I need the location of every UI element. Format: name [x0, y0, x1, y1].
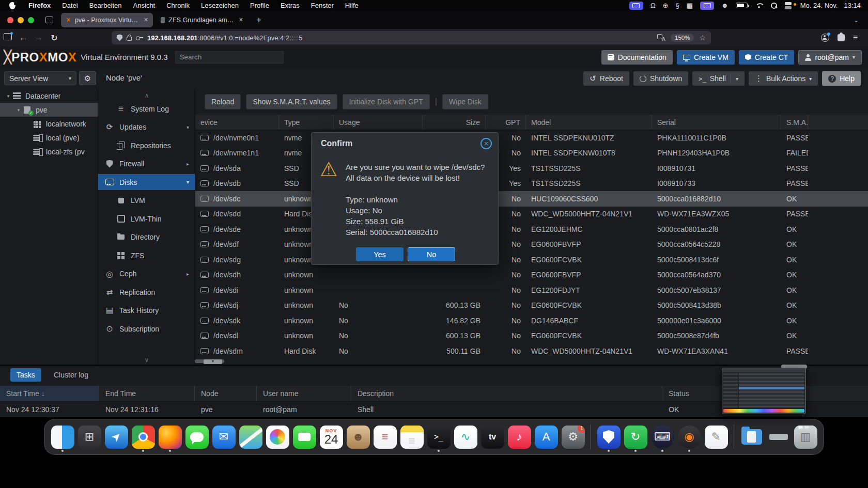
shutdown-button[interactable]: Shutdown: [633, 71, 688, 86]
nav-item-directory[interactable]: Directory: [98, 229, 195, 245]
disk-row[interactable]: /dev/sdjunknownNo600.13 GBNoEG0600FCVBK5…: [195, 298, 868, 313]
menu-item-firefox[interactable]: Firefox: [23, 0, 56, 11]
nav-item-updates[interactable]: Updates▾: [98, 119, 195, 135]
show-smart-button[interactable]: Show S.M.A.R.T. values: [246, 94, 337, 109]
dock-icon-reminders[interactable]: ≡: [373, 422, 397, 452]
wifi-icon[interactable]: [755, 3, 763, 9]
tab-close-icon[interactable]: ✕: [144, 17, 148, 23]
chevron-down-icon[interactable]: ▾: [736, 76, 738, 82]
help-button[interactable]: ?Help: [822, 71, 861, 86]
reload-button[interactable]: Reload: [205, 94, 241, 109]
disk-row[interactable]: /dev/sdcunknownNoHUC109060CSS6005000cca0…: [195, 191, 868, 207]
column-header-model[interactable]: Model: [526, 115, 652, 130]
forward-icon[interactable]: →: [31, 33, 47, 42]
firefox-account-icon[interactable]: [821, 34, 829, 42]
browser-tab[interactable]: ZFS Grundlagen am Beis... | Alle✕: [156, 13, 248, 27]
tree-expander-icon[interactable]: ▾: [16, 107, 22, 113]
dock-icon-contacts[interactable]: ☻: [346, 422, 370, 452]
browser-tab[interactable]: ✕pve - Proxmox Virtual Environm✕: [61, 13, 153, 27]
create-ct-button[interactable]: Create CT: [739, 50, 795, 65]
dock-icon-trash[interactable]: ▥: [794, 422, 817, 452]
tree-item-local-zfs-pv[interactable]: local-zfs (pv: [0, 145, 98, 159]
disk-row[interactable]: /dev/sdiunknownNoEG1200FDJYT5000c5007eb3…: [195, 282, 868, 298]
nav-item-lvm-thin[interactable]: LVM-Thin: [98, 211, 195, 227]
disk-row[interactable]: /dev/sdfunknownNoEG0600FBVFP5000cca0564c…: [195, 237, 868, 253]
back-icon[interactable]: ←: [16, 33, 31, 42]
saved-password-icon[interactable]: [136, 36, 143, 39]
zoom-window-button[interactable]: [28, 17, 34, 23]
dock-icon-downloads-folder[interactable]: [740, 422, 764, 452]
nav-item-system-log[interactable]: System Log: [98, 101, 195, 117]
tree-item-pve[interactable]: ▾pve: [0, 103, 98, 117]
column-header-usage[interactable]: Usage: [334, 115, 423, 130]
dock-icon-shield-app[interactable]: [597, 422, 621, 452]
url-bar[interactable]: 192.168.168.201:8006/#v1:0:=node%2Fpve:4…: [112, 31, 711, 44]
nav-item-lvm[interactable]: LVM: [98, 193, 195, 209]
dock-icon-calendar[interactable]: NOV24: [319, 422, 343, 452]
dock-icon-launchpad[interactable]: ⊞: [78, 422, 101, 452]
nav-item-disks[interactable]: Disks▾: [98, 174, 195, 190]
task-column-node[interactable]: Node: [195, 386, 257, 401]
tab-tasks[interactable]: Tasks: [10, 368, 41, 382]
dock-icon-photos[interactable]: [266, 422, 289, 452]
tree-expander-icon[interactable]: ▾: [5, 93, 11, 99]
dock-icon-apple-tv[interactable]: tv: [481, 422, 504, 452]
dock-icon-facetime[interactable]: [292, 422, 316, 452]
tree-item-local-pve-[interactable]: local (pve): [0, 131, 98, 145]
dock-icon-safari[interactable]: ➤: [104, 422, 128, 452]
disk-row[interactable]: /dev/sdbSSDYesTS1TSSD225SI008910733PASSE…: [195, 176, 868, 192]
new-tab-button[interactable]: +: [251, 15, 267, 25]
nav-item-ceph[interactable]: Ceph▸: [98, 266, 195, 282]
bulk-actions-button[interactable]: Bulk Actions▾: [749, 71, 818, 86]
dock-icon-firefox[interactable]: [158, 422, 182, 452]
column-header-serial[interactable]: Serial: [652, 115, 781, 130]
sidebar-toggle-icon[interactable]: [0, 33, 16, 42]
nav-item-subscription[interactable]: Subscription: [98, 321, 195, 337]
menu-item-extras[interactable]: Extras: [275, 0, 305, 11]
apple-menu-icon[interactable]: [9, 2, 16, 9]
menu-item-chronik[interactable]: Chronik: [161, 0, 195, 11]
translate-icon[interactable]: [657, 34, 665, 41]
menu-item-lesezeichen[interactable]: Lesezeichen: [195, 0, 244, 11]
column-header-evice[interactable]: evice: [195, 115, 279, 130]
dock-icon-mail[interactable]: ✉: [212, 422, 236, 452]
lock-icon[interactable]: [127, 37, 132, 41]
yes-button[interactable]: Yes: [356, 247, 404, 261]
nav-item-replication[interactable]: Replication: [98, 284, 195, 300]
headphones-icon[interactable]: Ω: [650, 2, 656, 9]
wipe-disk-button[interactable]: Wipe Disk: [442, 94, 488, 109]
spotlight-icon[interactable]: [770, 2, 778, 9]
dock-icon-maps[interactable]: [239, 422, 262, 452]
system-status-icon[interactable]: [785, 2, 793, 9]
menu-item-ansicht[interactable]: Ansicht: [128, 0, 161, 11]
list-tabs-chevron-icon[interactable]: ⌄: [854, 17, 859, 24]
disk-row[interactable]: /dev/sdeunknownNoEG1200JEHMC5000cca0801a…: [195, 222, 868, 237]
dock-icon-keyboard-app[interactable]: ⌨: [650, 422, 674, 452]
accessibility-icon[interactable]: §: [676, 2, 679, 9]
tab-close-icon[interactable]: ✕: [239, 17, 243, 23]
disk-row[interactable]: /dev/sdmHard DiskNo500.11 GBNoWDC_WD5000…: [195, 343, 868, 359]
task-column-start-time-[interactable]: Start Time ↓: [0, 386, 99, 401]
task-column-user-name[interactable]: User name: [257, 386, 351, 401]
task-column-end-time[interactable]: End Time: [99, 386, 195, 401]
dock-icon-messages[interactable]: [185, 422, 209, 452]
view-selector[interactable]: Server View▾: [4, 71, 76, 85]
dock-icon-minimized-window[interactable]: [767, 422, 791, 452]
zoom-level-badge[interactable]: 150%: [671, 34, 694, 42]
view-settings-button[interactable]: ⚙: [79, 71, 96, 85]
dock-icon-openvpn-app[interactable]: ◉: [677, 422, 701, 452]
splitter-collapse-handle[interactable]: ▼: [204, 359, 222, 364]
menu-item-fenster[interactable]: Fenster: [305, 0, 339, 11]
extensions-icon[interactable]: [838, 34, 845, 41]
nav-scroll-down-icon[interactable]: ∨: [98, 356, 195, 364]
dock-icon-wave-app[interactable]: ∿: [454, 422, 477, 452]
tab-cluster-log[interactable]: Cluster log: [48, 368, 95, 382]
nav-item-repositories[interactable]: Repositories: [98, 137, 195, 153]
battery-icon[interactable]: [736, 3, 748, 8]
disk-row[interactable]: /dev/sdlunknownNo600.13 GBNoEG0600FCVBK5…: [195, 328, 868, 344]
dock-icon-app-store[interactable]: A: [534, 422, 558, 452]
tree-item-datacenter[interactable]: ▾Datacenter: [0, 89, 98, 103]
minimize-window-button[interactable]: [18, 17, 24, 23]
nav-scroll-up-icon[interactable]: ∧: [98, 92, 195, 99]
screen-capture-preview-window[interactable]: [722, 368, 806, 414]
